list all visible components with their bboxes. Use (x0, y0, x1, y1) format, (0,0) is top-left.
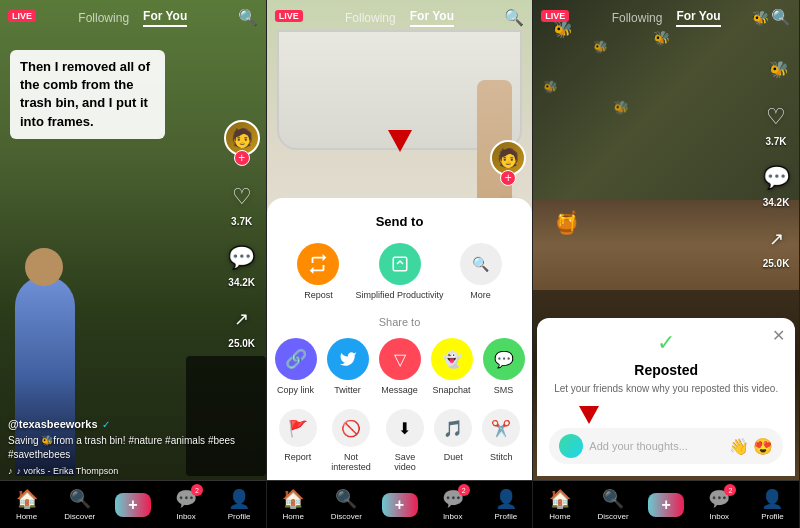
thought-input-row[interactable]: Add your thoughts... 👋 😍 (549, 428, 783, 464)
mid-profile-label: Profile (494, 512, 517, 521)
bee3: 🐝 (593, 40, 608, 54)
right-nav-tabs: Following For You (612, 9, 721, 27)
repost-item[interactable]: Repost (297, 243, 339, 300)
mid-nav-add[interactable]: + (373, 493, 426, 517)
right-like-btn[interactable]: ♡ 3.7K (759, 100, 793, 147)
sms-circle: 💬 (483, 338, 525, 380)
right-nav-discover[interactable]: 🔍 Discover (586, 488, 639, 521)
right-comment-btn[interactable]: 💬 34.2K (759, 161, 793, 208)
message-item[interactable]: ▽ Message (379, 338, 421, 395)
right-nav-add[interactable]: + (640, 493, 693, 517)
stitch-circle: ✂️ (482, 409, 520, 447)
follow-plus[interactable]: + (234, 150, 250, 166)
not-interested-item[interactable]: 🚫 Not interested (327, 409, 376, 472)
nav-home[interactable]: 🏠 Home (0, 488, 53, 521)
send-to-title: Send to (279, 214, 521, 229)
simplified-circle (379, 243, 421, 285)
mid-inbox-icon: 💬 2 (442, 488, 464, 510)
action-row: 🚩 Report 🚫 Not interested ⬇ Save video 🎵… (279, 409, 521, 472)
simplified-item[interactable]: Simplified Productivity (355, 243, 443, 300)
mid-nav-profile[interactable]: 👤 Profile (479, 488, 532, 521)
send-to-row: Repost Simplified Productivity 🔍 More (279, 243, 521, 300)
mid-panel: 🧑 + ♡ 3.7K 💬 34.2K LIVE Following For Yo… (267, 0, 534, 528)
save-video-item[interactable]: ⬇ Save video (386, 409, 425, 472)
inbox-label: Inbox (176, 512, 196, 521)
left-nav-tabs: Following For You (78, 9, 187, 27)
more-item[interactable]: 🔍 More (460, 243, 502, 300)
reposted-title: Reposted (549, 362, 783, 378)
arrow-down-shape (388, 130, 412, 152)
comment-icon: 💬 (225, 241, 259, 275)
mid-tab-following[interactable]: Following (345, 11, 396, 25)
mid-nav-home[interactable]: 🏠 Home (267, 488, 320, 521)
mid-nav-discover[interactable]: 🔍 Discover (320, 488, 373, 521)
modal-close-button[interactable]: ✕ (772, 326, 785, 345)
right-inbox-label: Inbox (710, 512, 730, 521)
right-nav-profile[interactable]: 👤 Profile (746, 488, 799, 521)
mid-add-icon: + (382, 493, 418, 517)
mid-inbox-badge: 2 (458, 484, 470, 496)
heart-icon: ♡ (225, 180, 259, 214)
twitter-item[interactable]: Twitter (327, 338, 369, 395)
mid-tab-for-you[interactable]: For You (410, 9, 454, 27)
checkmark-icon: ✓ (657, 330, 675, 355)
report-label: Report (284, 452, 311, 462)
right-actions-col: ♡ 3.7K 💬 34.2K ↗ 25.0K (759, 100, 793, 269)
nav-discover[interactable]: 🔍 Discover (53, 488, 106, 521)
inbox-icon: 💬 2 (175, 488, 197, 510)
video-caption: Saving 🐝from a trash bin! #nature #anima… (8, 434, 258, 462)
right-search-icon[interactable]: 🔍 (771, 8, 791, 27)
username[interactable]: @texasbeeworks (8, 418, 98, 430)
nav-profile[interactable]: 👤 Profile (213, 488, 266, 521)
twitter-circle (327, 338, 369, 380)
report-circle: 🚩 (279, 409, 317, 447)
copy-link-item[interactable]: 🔗 Copy link (275, 338, 317, 395)
add-icon: + (115, 493, 151, 517)
mid-discover-icon: 🔍 (335, 488, 357, 510)
home-icon: 🏠 (16, 488, 38, 510)
right-actions: 🧑 + ♡ 3.7K 💬 34.2K ↗ 25.0K (224, 120, 260, 349)
thought-avatar (559, 434, 583, 458)
right-profile-icon: 👤 (761, 488, 783, 510)
avatar-container: 🧑 + (224, 120, 260, 166)
like-button[interactable]: ♡ 3.7K (225, 180, 259, 227)
mid-follow-plus[interactable]: + (500, 170, 516, 186)
right-share-icon: ↗ (759, 222, 793, 256)
svg-rect-0 (393, 257, 407, 271)
username-row: @texasbeeworks ✓ (8, 418, 258, 430)
left-tab-following[interactable]: Following (78, 11, 129, 25)
mid-home-icon: 🏠 (282, 488, 304, 510)
right-red-arrow (579, 406, 599, 424)
right-home-icon: 🏠 (549, 488, 571, 510)
right-nav-inbox[interactable]: 💬 2 Inbox (693, 488, 746, 521)
right-share-btn[interactable]: ↗ 25.0K (759, 222, 793, 269)
right-tab-for-you[interactable]: For You (676, 9, 720, 27)
wave-emoji: 👋 (729, 437, 749, 456)
right-discover-icon: 🔍 (602, 488, 624, 510)
nav-inbox[interactable]: 💬 2 Inbox (159, 488, 212, 521)
snapchat-item[interactable]: 👻 Snapchat (431, 338, 473, 395)
report-item[interactable]: 🚩 Report (279, 409, 317, 472)
right-tab-following[interactable]: Following (612, 11, 663, 25)
love-emoji: 😍 (753, 437, 773, 456)
caption-text: Then I removed all of the comb from the … (20, 59, 150, 129)
left-tab-for-you[interactable]: For You (143, 9, 187, 27)
left-search-icon[interactable]: 🔍 (238, 8, 258, 27)
comment-button[interactable]: 💬 34.2K (225, 241, 259, 288)
mid-nav-inbox[interactable]: 💬 2 Inbox (426, 488, 479, 521)
copy-link-label: Copy link (277, 385, 314, 395)
right-nav-home[interactable]: 🏠 Home (533, 488, 586, 521)
duet-circle: 🎵 (434, 409, 472, 447)
snap-circle: 👻 (431, 338, 473, 380)
mid-search-icon[interactable]: 🔍 (504, 8, 524, 27)
duet-item[interactable]: 🎵 Duet (434, 409, 472, 472)
share-count: 25.0K (228, 338, 255, 349)
nav-add[interactable]: + (106, 493, 159, 517)
mid-red-arrow (388, 130, 412, 152)
repost-modal: ✕ ✓ Reposted Let your friends know why y… (537, 318, 795, 476)
share-button[interactable]: ↗ 25.0K (225, 302, 259, 349)
sms-item[interactable]: 💬 SMS (483, 338, 525, 395)
right-panel: 🐝 🐝 🐝 🐝 🐝 🐝 🐝 🍯 ♡ 3.7K 💬 34.2K ↗ 2 (533, 0, 800, 528)
thought-emojis: 👋 😍 (729, 437, 773, 456)
stitch-item[interactable]: ✂️ Stitch (482, 409, 520, 472)
